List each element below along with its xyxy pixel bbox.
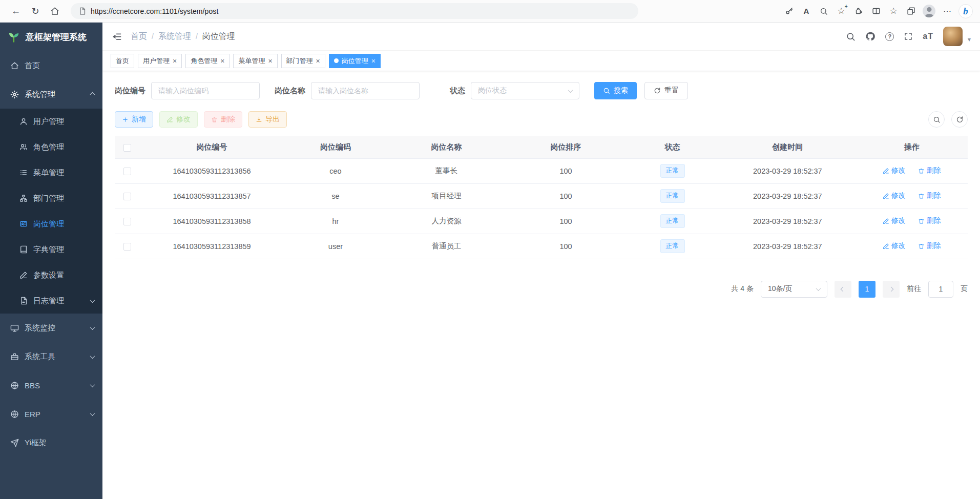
sidebar-item-dept-mgmt[interactable]: 部门管理 <box>0 185 102 211</box>
page-content: 岗位编号 岗位名称 状态 岗位状态 搜索 <box>102 71 980 499</box>
table-row[interactable]: 1641030593112313857 se 项目经理 100 正常 2023-… <box>115 183 968 209</box>
sidebar-item-role-mgmt[interactable]: 角色管理 <box>0 134 102 160</box>
select-all-checkbox[interactable] <box>123 144 131 152</box>
cell-post-code: user <box>284 234 387 259</box>
row-checkbox[interactable] <box>123 193 131 200</box>
sidebar-item-bbs[interactable]: BBS <box>0 371 102 400</box>
reset-button[interactable]: 重置 <box>644 82 688 99</box>
extensions-button[interactable] <box>850 3 867 20</box>
row-delete-link[interactable]: 删除 <box>918 191 941 200</box>
edit-icon <box>166 116 173 123</box>
book-icon <box>19 245 28 254</box>
add-button[interactable]: 新增 <box>115 111 153 128</box>
chevron-down-icon <box>90 298 95 303</box>
sidebar-item-user-mgmt[interactable]: 用户管理 <box>0 109 102 134</box>
sidebar-item-home[interactable]: 首页 <box>0 51 102 80</box>
sidebar-item-param-settings[interactable]: 参数设置 <box>0 262 102 288</box>
address-bar[interactable]: https://ccnetcore.com:1101/system/post <box>71 3 638 19</box>
sidebar-item-system-tools[interactable]: 系统工具 <box>0 342 102 371</box>
browser-back-button[interactable]: ← <box>7 3 25 20</box>
delete-button[interactable]: 删除 <box>204 111 242 128</box>
browser-home-button[interactable] <box>46 3 64 20</box>
tab-home[interactable]: 首页 <box>111 54 134 68</box>
row-edit-link[interactable]: 修改 <box>883 191 906 200</box>
tab-menu-mgmt[interactable]: 菜单管理 × <box>233 54 277 68</box>
row-delete-link[interactable]: 删除 <box>918 216 941 225</box>
tab-user-mgmt[interactable]: 用户管理 × <box>138 54 182 68</box>
close-icon[interactable]: × <box>173 57 177 65</box>
favorites-button[interactable]: ☆ <box>885 3 902 20</box>
sidebar-item-system-monitor[interactable]: 系统监控 <box>0 314 102 342</box>
prev-page-button[interactable] <box>835 281 851 298</box>
sidebar: 意框架管理系统 首页 系统管理 用户管理 角色管理 <box>0 23 102 499</box>
sidebar-item-log-mgmt[interactable]: 日志管理 <box>0 288 102 314</box>
add-favorite-button[interactable]: ☆+ <box>833 3 849 20</box>
row-edit-link[interactable]: 修改 <box>883 166 906 175</box>
logo-leaf-icon <box>7 30 20 44</box>
toggle-search-button[interactable] <box>928 111 945 128</box>
close-icon[interactable]: × <box>268 57 272 65</box>
goto-page-input[interactable] <box>928 281 953 298</box>
next-page-button[interactable] <box>883 281 900 298</box>
post-code-input[interactable] <box>151 82 260 99</box>
close-icon[interactable]: × <box>316 57 320 65</box>
tab-post-mgmt[interactable]: 岗位管理 × <box>329 54 381 68</box>
post-name-input[interactable] <box>311 82 420 99</box>
page-1-button[interactable]: 1 <box>859 281 875 298</box>
status-select[interactable]: 岗位状态 <box>471 82 579 99</box>
sidebar-item-yi-framework[interactable]: Yi框架 <box>0 428 102 457</box>
font-size-icon: aT <box>923 32 933 41</box>
close-icon[interactable]: × <box>220 57 224 65</box>
row-delete-link[interactable]: 删除 <box>918 241 941 251</box>
search-button[interactable]: 搜索 <box>594 82 637 99</box>
page-size-select[interactable]: 10条/页 <box>761 281 827 298</box>
sidebar-collapse-button[interactable] <box>112 31 122 42</box>
sidebar-item-post-mgmt[interactable]: 岗位管理 <box>0 211 102 237</box>
close-icon[interactable]: × <box>371 57 376 65</box>
chevron-down-icon <box>816 286 821 291</box>
cell-post-sort: 100 <box>506 234 625 259</box>
table-row[interactable]: 1641030593112313859 user 普通员工 100 正常 202… <box>115 234 968 259</box>
chevron-down-icon <box>90 411 95 416</box>
user-avatar[interactable] <box>943 27 963 46</box>
breadcrumb-system-mgmt[interactable]: 系统管理 <box>158 31 191 42</box>
collections-button[interactable] <box>903 3 919 20</box>
browser-refresh-button[interactable]: ↻ <box>27 3 44 20</box>
fullscreen-button[interactable] <box>904 32 913 41</box>
zoom-button[interactable] <box>816 3 832 20</box>
split-screen-button[interactable] <box>868 3 884 20</box>
edit-button[interactable]: 修改 <box>159 111 198 128</box>
row-checkbox[interactable] <box>123 168 131 175</box>
sidebar-item-system-mgmt[interactable]: 系统管理 <box>0 80 102 109</box>
table-row[interactable]: 1641030593112313858 hr 人力资源 100 正常 2023-… <box>115 209 968 234</box>
tab-dept-mgmt[interactable]: 部门管理 × <box>281 54 325 68</box>
delete-link-label: 删除 <box>927 241 941 251</box>
copilot-button[interactable]: b <box>958 4 973 18</box>
cell-post-name: 普通员工 <box>387 234 506 259</box>
table-row[interactable]: 1641030593112313856 ceo 董事长 100 正常 2023-… <box>115 158 968 183</box>
tab-role-mgmt[interactable]: 角色管理 × <box>185 54 230 68</box>
row-checkbox[interactable] <box>123 218 131 225</box>
row-delete-link[interactable]: 删除 <box>918 166 941 175</box>
sidebar-item-erp[interactable]: ERP <box>0 400 102 428</box>
reset-button-label: 重置 <box>664 86 679 95</box>
header-search-button[interactable] <box>846 32 856 41</box>
font-size-button[interactable]: aT <box>923 32 933 41</box>
export-button[interactable]: 导出 <box>248 111 287 128</box>
sidebar-item-dict-mgmt[interactable]: 字典管理 <box>0 237 102 262</box>
hamburger-icon <box>112 31 122 42</box>
chevron-down-icon <box>90 382 95 387</box>
row-edit-link[interactable]: 修改 <box>883 216 906 225</box>
help-button[interactable]: ? <box>885 32 894 41</box>
read-aloud-button[interactable]: A <box>798 3 815 20</box>
browser-profile-avatar[interactable] <box>923 5 935 17</box>
status-badge: 正常 <box>660 189 685 202</box>
password-button[interactable] <box>781 3 797 20</box>
row-edit-link[interactable]: 修改 <box>883 241 906 251</box>
sidebar-item-menu-mgmt[interactable]: 菜单管理 <box>0 160 102 185</box>
breadcrumb-home[interactable]: 首页 <box>131 31 147 42</box>
github-button[interactable] <box>865 31 875 41</box>
refresh-table-button[interactable] <box>951 111 968 128</box>
row-checkbox[interactable] <box>123 243 131 251</box>
browser-more-button[interactable]: ⋯ <box>939 3 955 20</box>
